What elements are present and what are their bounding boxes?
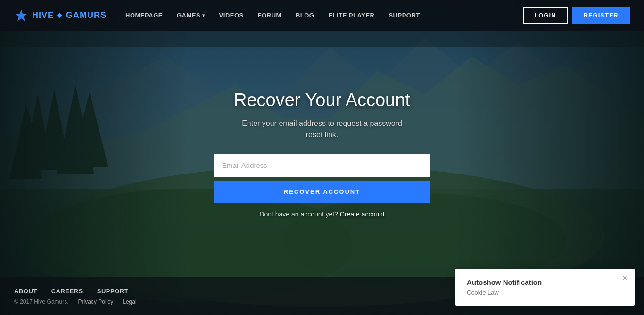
nav-blog[interactable]: BLOG [296,12,314,19]
footer-about[interactable]: ABOUT [14,288,37,295]
nav-links: HOMEPAGE GAMES ▾ VIDEOS FORUM BLOG ELITE… [125,12,523,19]
logo[interactable]: HIVE ❖ GAMURS [14,8,107,23]
login-button[interactable]: LOGIN [523,7,567,24]
nav-games[interactable]: GAMES ▾ [177,12,205,19]
cookie-notification: × Autoshow Notification Cookie Law [455,269,635,306]
nav-elite-player[interactable]: ELITE PLAYER [328,12,374,19]
cookie-title: Autoshow Notification [467,278,623,286]
recover-form: RECOVER ACCOUNT Dont have an account yet… [214,154,430,218]
nav-buttons: LOGIN REGISTER [523,7,630,24]
nav-forum[interactable]: FORUM [258,12,281,19]
cookie-description: Cookie Law [467,289,623,296]
footer-support[interactable]: SUPPORT [97,288,128,295]
logo-text: HIVE ❖ GAMURS [32,10,107,20]
recover-account-button[interactable]: RECOVER ACCOUNT [214,181,430,203]
chevron-down-icon: ▾ [202,13,205,18]
nav-videos[interactable]: VIDEOS [219,12,244,19]
nav-support[interactable]: SUPPORT [388,12,420,19]
create-account-link[interactable]: Create account [340,210,385,218]
cookie-close-button[interactable]: × [623,274,627,282]
page-subtitle: Enter your email address to request a pa… [242,118,402,141]
navigation: HIVE ❖ GAMURS HOMEPAGE GAMES ▾ VIDEOS FO… [0,0,644,31]
privacy-policy-link[interactable]: Privacy Policy [78,298,114,305]
create-account-text: Dont have an account yet? Create account [214,210,430,218]
nav-homepage[interactable]: HOMEPAGE [125,12,163,19]
footer-careers[interactable]: CAREERS [51,288,83,295]
page-title: Recover Your Account [234,90,410,110]
footer-copyright: © 2017 Hive Gamurs. [14,298,69,305]
logo-icon [14,8,28,23]
legal-link[interactable]: Legal [123,298,136,305]
register-button[interactable]: REGISTER [572,7,630,24]
email-input[interactable] [214,154,430,177]
